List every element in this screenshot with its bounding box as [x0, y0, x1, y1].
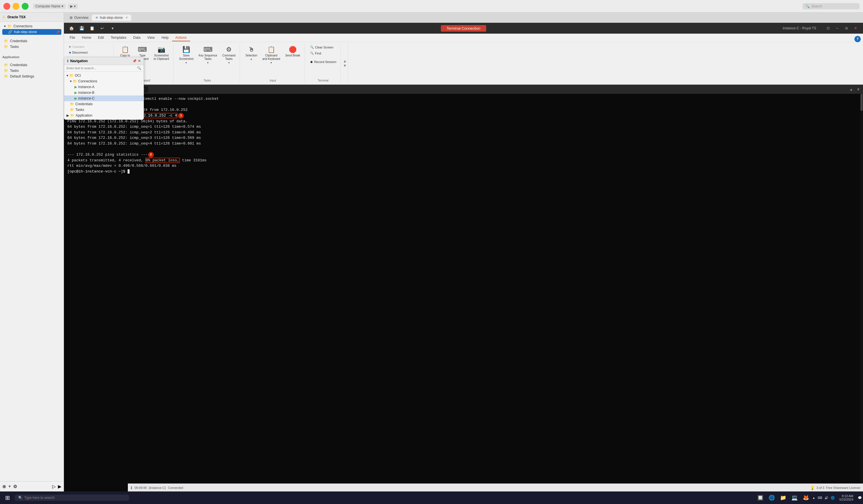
nav-tree-oci[interactable]: ▾ 📁 OCI: [64, 73, 143, 78]
rts-more-icon[interactable]: ▾: [109, 24, 116, 32]
taskbar-icon-terminal[interactable]: 💻: [789, 493, 800, 503]
input-buttons: 🖱 Selection ▾ 📋 Clipboardand Keyboard ▾ …: [243, 44, 302, 78]
overview-icon: ⊞: [70, 16, 73, 20]
computer-name-dropdown[interactable]: Computer Name ▾: [33, 4, 66, 9]
save-screenshot-button[interactable]: 💾 SaveScreenshot ▾: [177, 44, 196, 66]
mac-close-button[interactable]: [3, 3, 10, 10]
ribbon-scroll-down[interactable]: ▼: [343, 63, 347, 68]
start-button[interactable]: ⊞: [1, 493, 14, 503]
nav-search-input[interactable]: [66, 66, 136, 70]
tray-keyboard-icon[interactable]: ⌨: [818, 496, 822, 500]
selection-button[interactable]: 🖱 Selection ▾: [243, 44, 259, 62]
sidebar-next-button[interactable]: ▶: [58, 484, 61, 489]
rts-minimize-button[interactable]: ─: [833, 24, 841, 32]
ribbon-scroll-up[interactable]: ▲: [343, 59, 347, 63]
command-tasks-button[interactable]: ⚙ CommandTasks ▾: [220, 44, 237, 66]
terminal-scroll-up[interactable]: ▲: [848, 86, 855, 93]
disconnect-button[interactable]: ■ Disconnect: [67, 50, 112, 55]
global-search[interactable]: 🔍 Search: [802, 3, 860, 9]
play-button[interactable]: ▶ ▾: [68, 4, 78, 9]
ribbon-tabs: File Home Edit Templates Data View Help …: [64, 34, 863, 42]
nav-tree-instance-b[interactable]: ▶ instance-B: [64, 90, 143, 95]
rts-close-button[interactable]: ✕: [852, 24, 860, 32]
ribbon-tab-edit[interactable]: Edit: [95, 35, 107, 41]
tray-expand-icon[interactable]: ▲: [812, 496, 815, 500]
terminal-scrollbar[interactable]: [860, 94, 863, 504]
status-info-icon: ℹ: [131, 486, 132, 490]
taskbar-search[interactable]: 🔍 Type here to search: [15, 495, 129, 501]
sidebar-item-credentials[interactable]: 📁 Credentials: [2, 38, 61, 44]
sidebar-add-button[interactable]: ⊕: [2, 484, 6, 489]
nav-tree-application[interactable]: ▶ 📁 Application: [64, 113, 143, 118]
connect-button[interactable]: ▶ Connect: [67, 44, 112, 49]
send-break-button[interactable]: 🛑 Send Break: [284, 44, 302, 59]
mac-minimize-button[interactable]: [13, 3, 20, 10]
nav-tree-instance-c[interactable]: ▶ instance-C: [64, 95, 143, 101]
sidebar-item-default-settings[interactable]: 📁 Default Settings: [2, 74, 61, 79]
windows-taskbar: ⊞ 🔍 Type here to search 🔲 🌐 📁 💻 🦊 ▲ ⌨ 🔊 …: [0, 491, 863, 504]
clear-screen-button[interactable]: 🔍 Clear Screen: [308, 44, 338, 50]
mac-window-controls: [3, 3, 28, 10]
help-button[interactable]: ?: [854, 36, 861, 42]
taskbar-icon-multitasking[interactable]: 🔲: [755, 493, 765, 503]
sidebar-item-connections[interactable]: ▾ 📁 Connections: [2, 23, 61, 29]
terminal-scroll-thumb[interactable]: [860, 94, 863, 111]
find-button[interactable]: 🔍 Find: [308, 50, 338, 56]
command-tasks-label: CommandTasks: [222, 54, 236, 61]
sidebar-item-app-tasks[interactable]: 📁 Tasks: [2, 68, 61, 74]
mac-titlebar: Computer Name ▾ ▶ ▾ 🔍 Search: [0, 0, 863, 13]
sidebar-item-app-credentials[interactable]: 📁 Credentials: [2, 62, 61, 68]
tray-volume-icon[interactable]: 🔊: [825, 496, 828, 500]
rts-save-icon[interactable]: 💾: [78, 24, 86, 32]
ribbon-tab-view[interactable]: View: [144, 35, 158, 41]
key-sequence-button[interactable]: ⌨ Key SequenceTasks ▾: [197, 44, 219, 66]
nav-tree-instance-a[interactable]: ▶ instance-A: [64, 84, 143, 90]
taskbar-icon-app[interactable]: 🦊: [801, 493, 811, 503]
tasks-label-nav: Tasks: [75, 108, 84, 112]
application-expand-icon: ▶: [66, 114, 69, 117]
oci-folder-icon: 📁: [69, 74, 74, 78]
default-settings-folder-icon: 📁: [4, 74, 8, 78]
nav-tree-connections[interactable]: ▾ 📁 Connections: [64, 78, 143, 84]
sidebar-settings-button[interactable]: ⚙: [13, 484, 17, 489]
nav-close-button[interactable]: ✕: [138, 59, 141, 63]
mac-maximize-button[interactable]: [22, 3, 28, 10]
tray-network-icon[interactable]: 🌐: [831, 496, 835, 500]
tab-overview[interactable]: ⊞ Overview: [66, 14, 92, 21]
ribbon-tab-actions[interactable]: Actions: [172, 35, 190, 41]
rts-home-icon[interactable]: 🏠: [67, 24, 75, 32]
ribbon-tab-file[interactable]: File: [66, 35, 78, 41]
terminal-scroll-down[interactable]: ▼: [855, 86, 862, 93]
taskbar-icon-explorer[interactable]: 📁: [778, 493, 788, 503]
sidebar-expand-button[interactable]: ▷: [52, 484, 55, 489]
sidebar-item-hub-step-stone[interactable]: 🔗 hub-step-stone 📌: [2, 29, 61, 35]
terminal-line-12: 4 packets transmitted, 4 received, 0% pa…: [67, 158, 860, 163]
play-chevron: ▾: [74, 4, 76, 8]
tab-hub-step-stone[interactable]: ✕ hub-step-stone ✕: [92, 14, 131, 21]
terminal-content[interactable]: Activate the web console with: systemctl…: [64, 94, 863, 504]
sidebar-item-tasks[interactable]: 📁 Tasks: [2, 44, 61, 50]
rts-maximize-button[interactable]: ⧉: [842, 24, 850, 32]
nav-tree-credentials[interactable]: 📁 Credentials: [64, 101, 143, 107]
rts-undo-icon[interactable]: ↩: [98, 24, 106, 32]
nav-pin-button[interactable]: 📌: [133, 59, 137, 63]
tasks-buttons: 💾 SaveScreenshot ▾ ⌨ Key SequenceTasks ▾…: [177, 44, 237, 78]
rts-restore-down-button[interactable]: ⊡: [824, 24, 832, 32]
tray-notification-icon[interactable]: 💬: [858, 496, 862, 500]
clipboard-keyboard-button[interactable]: 📋 Clipboardand Keyboard ▾: [260, 44, 282, 66]
sidebar-add-folder-button[interactable]: +: [8, 484, 11, 489]
record-session-button[interactable]: ⏺ Record Session: [308, 59, 338, 64]
ribbon-tab-help[interactable]: Help: [158, 35, 172, 41]
instance-b-nav-icon: ▶: [75, 91, 77, 95]
ribbon-tab-templates[interactable]: Templates: [107, 35, 130, 41]
app-credentials-label: Credentials: [10, 63, 27, 67]
status-time: 08:09:48: [134, 486, 147, 490]
ribbon-tab-home[interactable]: Home: [78, 35, 95, 41]
ribbon-tab-data[interactable]: Data: [130, 35, 144, 41]
screenshot-to-clipboard-button[interactable]: 📷 Screenshotto Clipboard: [151, 44, 171, 62]
terminal-section: ▶ instance-A ▶ instance-B ▶ instance-C ✕…: [64, 85, 863, 504]
rts-clipboard-icon[interactable]: 📋: [88, 24, 96, 32]
taskbar-icon-edge[interactable]: 🌐: [766, 493, 777, 503]
tab-hub-close[interactable]: ✕: [126, 16, 128, 19]
nav-tree-tasks[interactable]: 📁 Tasks: [64, 107, 143, 113]
